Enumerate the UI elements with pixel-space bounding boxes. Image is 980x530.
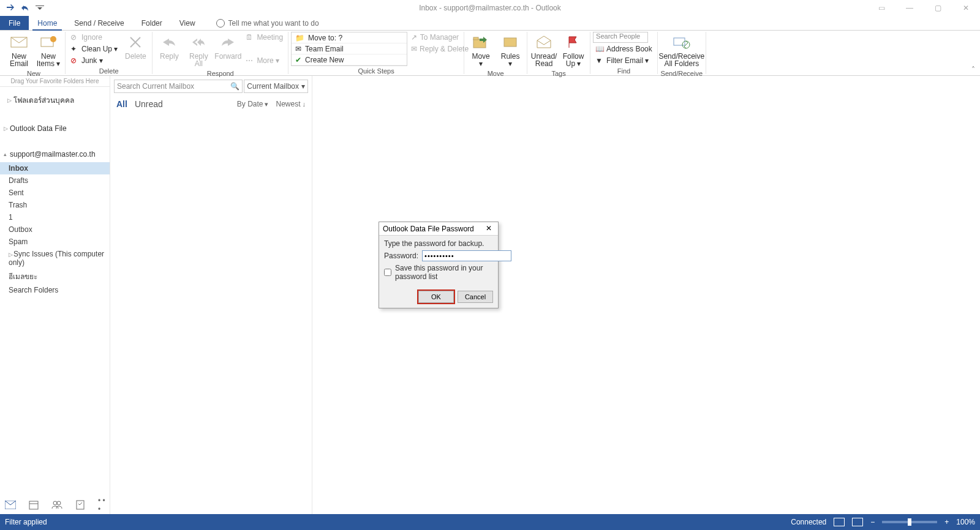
reply-button: Reply (155, 32, 183, 61)
close-button[interactable]: ✕ (952, 0, 980, 16)
folder-move-icon: 📁 (295, 34, 304, 42)
book-icon: 📖 (595, 45, 604, 53)
svg-rect-5 (473, 37, 478, 40)
minimize-button[interactable]: — (895, 0, 924, 16)
qat-undo-icon[interactable] (20, 2, 31, 13)
filter-email-button[interactable]: ▼Filter Email ▾ (593, 55, 655, 66)
view-normal-icon[interactable] (834, 518, 845, 526)
ignore-icon: ⊘ (70, 33, 79, 42)
tab-send-receive[interactable]: Send / Receive (66, 16, 132, 30)
zoom-out-button[interactable]: − (870, 518, 875, 526)
qat-customize-icon[interactable] (34, 2, 45, 13)
folder-sync-issues[interactable]: ▷Sync Issues (This computer only) (0, 248, 110, 269)
folder-inbox[interactable]: Inbox (0, 162, 110, 174)
zoom-in-button[interactable]: + (944, 518, 949, 526)
status-connected: Connected (791, 518, 826, 526)
svg-rect-7 (674, 38, 685, 45)
search-mailbox-input[interactable]: Search Current Mailbox🔍 (114, 80, 243, 93)
sort-by-date[interactable]: By Date ▾ (237, 100, 269, 108)
folder-trash[interactable]: Trash (0, 199, 110, 211)
team-email-icon: ✉ (295, 45, 301, 53)
more-icon: ⋯ (246, 56, 254, 65)
tab-home[interactable]: Home (29, 16, 66, 30)
folder-junk-th[interactable]: อีเมลขยะ (0, 269, 110, 284)
tree-header-datafile[interactable]: ▷Outlook Data File (0, 121, 110, 136)
password-input[interactable] (422, 250, 511, 261)
address-book-button[interactable]: 📖Address Book (593, 43, 655, 54)
tree-header-personal[interactable]: ▷โฟลเดอร์ส่วนบุคคล (0, 89, 110, 111)
tell-me-placeholder: Tell me what you want to do (228, 19, 319, 28)
group-find-label: Find (593, 66, 655, 76)
folder-tree: ▷โฟลเดอร์ส่วนบุคคล ▷Outlook Data File ▴s… (0, 87, 110, 496)
svg-point-12 (53, 501, 57, 505)
move-button[interactable]: Move ▾ (467, 32, 495, 69)
plus-icon: ✔ (295, 56, 301, 64)
tab-file[interactable]: File (0, 16, 29, 30)
follow-up-button[interactable]: Follow Up ▾ (559, 32, 587, 69)
new-email-button[interactable]: New Email (5, 32, 33, 69)
svg-rect-6 (504, 38, 516, 47)
tab-view[interactable]: View (171, 16, 204, 30)
collapse-ribbon-button[interactable]: ˄ (969, 65, 978, 74)
folder-drafts[interactable]: Drafts (0, 174, 110, 187)
nav-calendar-icon[interactable] (28, 499, 39, 510)
filter-all[interactable]: All (116, 99, 127, 109)
folder-search-folders[interactable]: Search Folders (0, 284, 110, 296)
unread-read-button[interactable]: Unread/ Read (530, 32, 558, 69)
maximize-button[interactable]: ▢ (924, 0, 952, 16)
search-people-input[interactable]: Search People (593, 32, 648, 43)
group-move-label: Move (467, 69, 524, 78)
zoom-slider[interactable] (882, 521, 937, 523)
tab-folder[interactable]: Folder (133, 16, 171, 30)
folder-spam[interactable]: Spam (0, 236, 110, 248)
window-title: Inbox - support@mailmaster.co.th - Outlo… (0, 4, 980, 12)
rules-button[interactable]: Rules ▾ (496, 32, 524, 69)
junk-icon: ⊘ (70, 56, 79, 65)
navigation-bar: • • • (0, 496, 110, 514)
to-manager-icon: ↗ (411, 33, 418, 42)
message-filter-row: All Unread By Date ▾ Newest ↓ (110, 94, 312, 111)
sort-newest[interactable]: Newest ↓ (276, 100, 306, 108)
folder-1[interactable]: 1 (0, 211, 110, 223)
quickstep-create-new[interactable]: ✔Create New (292, 54, 407, 65)
dialog-cancel-button[interactable]: Cancel (458, 291, 493, 303)
nav-people-icon[interactable] (51, 499, 62, 510)
qat-send-receive-icon[interactable] (5, 2, 16, 13)
zoom-thumb[interactable] (908, 518, 911, 526)
nav-more-icon[interactable]: • • • (98, 499, 109, 510)
folder-outbox[interactable]: Outbox (0, 223, 110, 236)
broom-icon: ✦ (70, 45, 79, 53)
search-scope-dropdown[interactable]: Current Mailbox▾ (244, 80, 308, 93)
view-reading-icon[interactable] (852, 518, 863, 526)
ribbon: New Email New Items ▾ New ⊘Ignore ✦Clean… (0, 31, 980, 76)
dialog-title-text: Outlook Data File Password (383, 225, 474, 233)
group-tags: Unread/ Read Follow Up ▾ Tags (527, 32, 590, 74)
new-items-button[interactable]: New Items ▾ (34, 32, 62, 69)
nav-mail-icon[interactable] (5, 499, 16, 510)
quickstep-moveto[interactable]: 📁Move to: ? (292, 32, 407, 43)
chevron-down-icon: ▾ (301, 82, 305, 91)
new-items-icon (39, 33, 58, 51)
dialog-titlebar[interactable]: Outlook Data File Password ✕ (379, 222, 498, 236)
nav-tasks-icon[interactable] (75, 499, 86, 510)
ribbon-display-icon[interactable]: ▭ (867, 0, 895, 16)
svg-rect-10 (29, 501, 38, 509)
dialog-ok-button[interactable]: OK (418, 291, 454, 303)
delete-icon (126, 33, 145, 51)
folder-sent[interactable]: Sent (0, 187, 110, 199)
delete-button: Delete (121, 32, 149, 61)
save-password-checkbox[interactable] (384, 269, 391, 276)
send-receive-all-button[interactable]: Send/Receive All Folders (660, 32, 703, 69)
quickstep-team-email[interactable]: ✉Team Email (292, 43, 407, 54)
junk-button[interactable]: ⊘Junk ▾ (68, 55, 120, 66)
tell-me-search[interactable]: Tell me what you want to do (216, 16, 319, 30)
message-list-pane: Search Current Mailbox🔍 Current Mailbox▾… (110, 76, 312, 514)
clean-up-button[interactable]: ✦Clean Up ▾ (68, 43, 120, 54)
flag-icon (564, 33, 582, 51)
tree-header-account[interactable]: ▴support@mailmaster.co.th (0, 146, 110, 162)
move-folder-icon (472, 33, 490, 51)
quick-steps-gallery[interactable]: 📁Move to: ? ✉Team Email ✔Create New (291, 32, 407, 66)
group-delete-label: Delete (68, 66, 149, 76)
filter-unread[interactable]: Unread (135, 99, 163, 109)
dialog-close-button[interactable]: ✕ (483, 223, 494, 234)
